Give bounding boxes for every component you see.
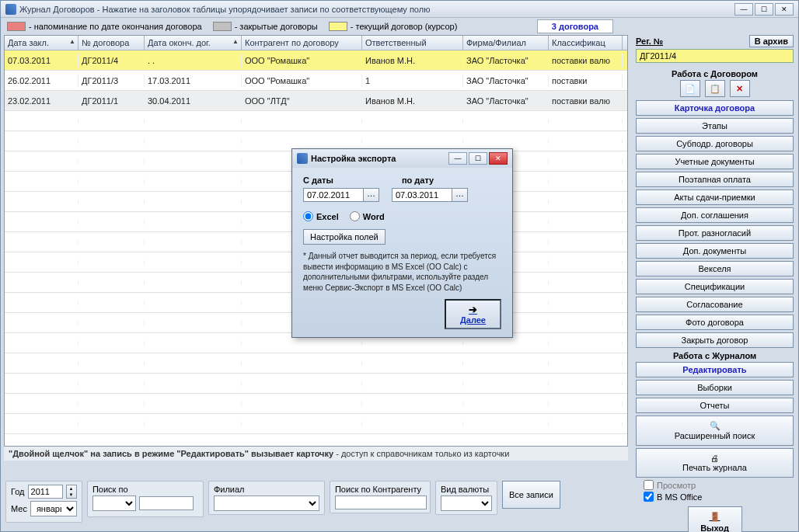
app-icon — [5, 4, 16, 15]
dialog-close[interactable]: ✕ — [489, 152, 508, 165]
legend-reminder: - напоминание по дате окончания договора — [29, 22, 202, 31]
reg-number-input[interactable] — [636, 49, 794, 63]
from-label: С даты — [303, 176, 333, 185]
cell: ДГ2011/4 — [79, 54, 145, 68]
cell: 26.02.2011 — [5, 74, 79, 88]
currency-select[interactable] — [441, 495, 492, 511]
side-button[interactable]: Учетные документы — [636, 154, 794, 169]
date-from-input[interactable] — [303, 188, 364, 202]
date-to-picker[interactable]: … — [452, 188, 468, 202]
maximize-button[interactable]: ☐ — [755, 3, 773, 16]
year-input[interactable] — [28, 485, 63, 499]
side-button[interactable]: Выборки — [636, 380, 794, 395]
exit-icon: 🚪 — [689, 512, 741, 522]
side-button[interactable]: Закрыть договор — [636, 332, 794, 348]
cell: поставки — [549, 74, 623, 88]
print-journal-button[interactable]: 🖨 Печать журнала — [636, 448, 794, 478]
col-number[interactable]: № договора — [79, 36, 145, 50]
year-spinner[interactable]: ▲▼ — [66, 485, 77, 499]
side-button[interactable]: Карточка договора — [636, 100, 794, 116]
col-date-open[interactable]: Дата закл.▲ — [5, 36, 79, 50]
all-records-button[interactable]: Все записи — [502, 481, 560, 509]
side-button[interactable]: Поэтапная оплата — [636, 172, 794, 187]
col-counterparty[interactable]: Контрагент по договору — [242, 36, 362, 50]
arrow-right-icon: ➔ — [460, 304, 486, 315]
counterparty-input[interactable] — [335, 495, 427, 509]
swatch-current — [329, 22, 347, 31]
side-button[interactable]: Согласование — [636, 297, 794, 312]
new-icon[interactable]: 📄 — [680, 80, 700, 97]
cell: ООО "Ромашка" — [242, 54, 362, 68]
side-button[interactable]: Доп. соглашения — [636, 207, 794, 223]
month-select[interactable]: январь — [30, 501, 77, 516]
col-branch[interactable]: Фирма/Филиал — [463, 36, 549, 50]
word-radio[interactable] — [350, 211, 360, 221]
dialog-icon — [297, 153, 308, 164]
search-icon: 🔍 — [710, 421, 720, 430]
side-button[interactable]: Этапы — [636, 118, 794, 134]
search-field-select[interactable] — [92, 495, 136, 511]
side-button[interactable]: Доп. документы — [636, 243, 794, 259]
table-row-empty — [5, 374, 627, 394]
legend-bar: - напоминание по дате окончания договора… — [1, 18, 798, 35]
contract-count: 3 договора — [537, 19, 613, 33]
year-label: Год — [11, 487, 25, 496]
next-button[interactable]: ➔ Далее — [445, 299, 501, 329]
exit-button[interactable]: 🚪 Выход — [688, 506, 742, 532]
search-value-input[interactable] — [139, 496, 194, 510]
cell: ООО "ЛТД" — [242, 94, 362, 108]
preview-checkbox[interactable] — [644, 480, 654, 490]
dialog-minimize[interactable]: — — [448, 152, 467, 165]
table-row[interactable]: 26.02.2011ДГ2011/317.03.2011ООО "Ромашка… — [5, 71, 627, 91]
cell: 17.03.2011 — [145, 74, 242, 88]
export-dialog: Настройка экспорта — ☐ ✕ С даты по дату … — [291, 148, 513, 338]
delete-icon[interactable]: ✕ — [730, 80, 750, 97]
currency-label: Вид валюты — [441, 485, 492, 494]
cell: ДГ2011/3 — [79, 74, 145, 88]
cell: 07.03.2011 — [5, 54, 79, 68]
side-button[interactable]: Прот. разногласий — [636, 225, 794, 241]
close-button[interactable]: ✕ — [775, 3, 794, 16]
table-row[interactable]: 23.02.2011ДГ2011/130.04.2011ООО "ЛТД"Ива… — [5, 91, 627, 111]
col-class[interactable]: Классификац — [549, 36, 623, 50]
side-button[interactable]: Субподр. договоры — [636, 136, 794, 151]
date-from-picker[interactable]: … — [364, 188, 379, 202]
col-date-end[interactable]: Дата оконч. дог.▲ — [145, 36, 242, 50]
reg-label: Рег. № — [636, 37, 663, 46]
table-row-empty — [5, 111, 627, 131]
excel-radio-label[interactable]: Excel — [303, 211, 339, 221]
fields-settings-button[interactable]: Настройка полей — [303, 229, 386, 245]
cell: 30.04.2011 — [145, 94, 242, 108]
dialog-maximize[interactable]: ☐ — [469, 152, 487, 165]
archive-button[interactable]: В архив — [749, 35, 794, 47]
branch-select[interactable] — [214, 495, 319, 511]
side-button[interactable]: Векселя — [636, 261, 794, 276]
swatch-reminder — [7, 22, 26, 31]
minimize-button[interactable]: — — [734, 3, 753, 16]
window-title: Журнал Договоров - Нажатие на заголовок … — [19, 5, 734, 14]
legend-closed: - закрытые договоры — [235, 22, 318, 31]
table-row-empty — [5, 394, 627, 414]
cell: . . — [145, 54, 242, 68]
word-radio-label[interactable]: Word — [350, 211, 385, 221]
month-label: Мес — [11, 504, 27, 513]
side-button[interactable]: Акты сдачи-приемки — [636, 190, 794, 205]
group-contract: Работа с Договором — [636, 69, 794, 78]
side-button[interactable]: Спецификации — [636, 279, 794, 294]
side-button[interactable]: Отчеты — [636, 398, 794, 413]
advanced-search-button[interactable]: 🔍 Расширенный поиск — [636, 416, 794, 446]
side-button[interactable]: Фото договора — [636, 315, 794, 330]
to-label: по дату — [402, 176, 434, 185]
col-responsible[interactable]: Ответственный — [362, 36, 463, 50]
msoffice-checkbox[interactable] — [644, 492, 654, 502]
table-row[interactable]: 07.03.2011ДГ2011/4. .ООО "Ромашка"Иванов… — [5, 50, 627, 71]
date-to-input[interactable] — [392, 188, 452, 202]
table-row-empty — [5, 414, 627, 434]
excel-radio[interactable] — [303, 211, 313, 221]
cell: ЗАО "Ласточка" — [463, 54, 549, 68]
side-button[interactable]: Редактировать — [636, 362, 794, 377]
cell: ООО "Ромашка" — [242, 74, 362, 88]
preview-checkbox-row: Просмотр — [644, 480, 794, 490]
swatch-closed — [213, 22, 232, 31]
copy-icon[interactable]: 📋 — [705, 80, 725, 97]
